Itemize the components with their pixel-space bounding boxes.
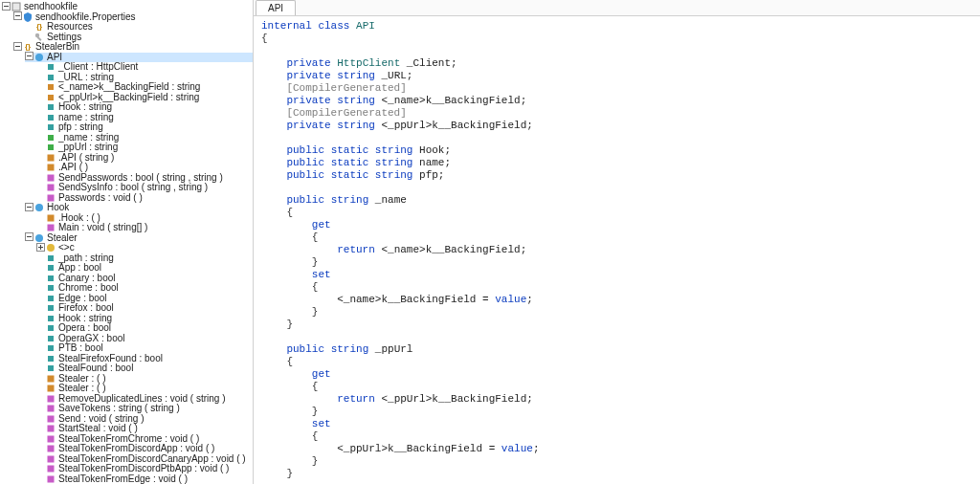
code-view[interactable]: internal class API { private HttpClient … xyxy=(254,16,980,484)
node-cc[interactable]: <>c xyxy=(36,243,253,253)
stealer-member-9-icon xyxy=(45,343,56,353)
stealer-member-3-icon xyxy=(45,283,56,293)
stealer-member-9[interactable]: PTB : bool xyxy=(36,343,253,354)
stealer-member-2-icon xyxy=(45,274,56,283)
svg-rect-15 xyxy=(48,95,54,100)
hook-main-label: Main : void ( string[] ) xyxy=(58,223,147,233)
app-root: sendhookfilesendhookfile.Properties{}Res… xyxy=(0,0,980,484)
stealer-member-8-icon xyxy=(45,334,56,343)
api-member-9-icon xyxy=(45,153,56,163)
api-member-4-label: Hook : string xyxy=(58,102,112,113)
collapse-twister-icon[interactable] xyxy=(25,203,33,214)
node-hook-label: Hook xyxy=(47,203,69,213)
stealer-member-19[interactable]: StealTokenFromDiscordApp : void ( ) xyxy=(36,444,253,454)
api-member-2[interactable]: <_name>k__BackingField : string xyxy=(36,82,253,93)
svg-rect-51 xyxy=(48,385,55,392)
collapse-twister-icon[interactable] xyxy=(2,2,11,13)
stealer-member-9-label: PTB : bool xyxy=(58,343,103,354)
svg-rect-49 xyxy=(48,365,54,371)
node-resources[interactable]: {}Resources xyxy=(25,22,253,33)
hook-main[interactable]: Main : void ( string[] ) xyxy=(36,223,253,233)
assembly-explorer[interactable]: sendhookfilesendhookfile.Properties{}Res… xyxy=(0,0,254,484)
api-member-8-icon xyxy=(45,143,56,152)
node-hook[interactable]: Hook xyxy=(25,203,253,213)
node-cc-icon xyxy=(45,243,56,253)
svg-rect-52 xyxy=(48,395,55,402)
svg-rect-53 xyxy=(48,406,55,412)
stealer-member-7-icon xyxy=(45,323,56,333)
collapse-twister-icon[interactable] xyxy=(25,232,33,244)
svg-rect-50 xyxy=(48,375,55,382)
node-stealerbin[interactable]: {}StealerBin xyxy=(13,42,253,53)
api-member-11-icon xyxy=(45,173,56,183)
svg-rect-41 xyxy=(48,285,54,291)
api-member-13-label: Passwords : void ( ) xyxy=(58,193,143,204)
svg-rect-23 xyxy=(48,174,55,181)
stealer-member-11[interactable]: StealFound : bool xyxy=(36,363,253,374)
api-member-8-label: _ppUrl : string xyxy=(58,143,118,153)
api-member-1-icon xyxy=(45,73,56,82)
stealer-member-17-label: StartSteal : void ( ) xyxy=(58,424,138,434)
api-member-0-label: _Client : HttpClient xyxy=(58,62,138,73)
api-member-6[interactable]: pfp : string xyxy=(36,122,253,133)
collapse-twister-icon[interactable] xyxy=(13,42,22,54)
api-member-10-icon xyxy=(45,163,56,172)
stealer-member-18-icon xyxy=(45,434,56,444)
stealer-member-15[interactable]: SaveTokens : string ( string ) xyxy=(36,404,253,414)
stealer-member-19-icon xyxy=(45,444,56,453)
api-member-10[interactable]: .API ( ) xyxy=(36,163,253,173)
svg-rect-22 xyxy=(48,165,55,171)
stealer-member-11-icon xyxy=(45,363,56,373)
api-member-10-label: .API ( ) xyxy=(58,163,88,173)
svg-rect-40 xyxy=(48,275,54,281)
code-tab-api[interactable]: API xyxy=(256,0,296,15)
stealer-member-15-label: SaveTokens : string ( string ) xyxy=(58,404,180,414)
svg-rect-20 xyxy=(48,144,54,150)
stealer-member-7-label: Opera : bool xyxy=(58,323,111,334)
svg-rect-47 xyxy=(48,345,54,351)
svg-rect-17 xyxy=(48,115,54,121)
svg-rect-59 xyxy=(48,466,55,473)
api-member-4-icon xyxy=(45,102,56,112)
stealer-member-1[interactable]: App : bool xyxy=(36,263,253,274)
node-resources-icon: {} xyxy=(33,22,45,32)
svg-point-28 xyxy=(35,204,43,211)
stealer-member-5-icon xyxy=(45,303,56,313)
stealer-member-3[interactable]: Chrome : bool xyxy=(36,283,253,294)
svg-rect-56 xyxy=(48,435,55,442)
stealer-member-13[interactable]: Stealer : ( ) xyxy=(36,384,253,394)
stealer-member-4-icon xyxy=(45,294,56,303)
stealer-member-10-icon xyxy=(45,354,56,363)
stealer-member-12-icon xyxy=(45,374,56,384)
svg-rect-18 xyxy=(48,124,54,130)
stealer-member-21[interactable]: StealTokenFromDiscordPtbApp : void ( ) xyxy=(36,464,253,474)
svg-rect-29 xyxy=(48,214,55,221)
api-member-3-icon xyxy=(45,93,56,102)
stealer-member-7[interactable]: Opera : bool xyxy=(36,323,253,334)
svg-rect-48 xyxy=(48,356,54,362)
api-member-8[interactable]: _ppUrl : string xyxy=(36,143,253,153)
collapse-twister-icon[interactable] xyxy=(25,52,33,63)
stealer-member-21-label: StealTokenFromDiscordPtbApp : void ( ) xyxy=(58,464,229,474)
node-hook-icon xyxy=(33,203,45,212)
api-member-12[interactable]: SendSysInfo : bool ( string , string ) xyxy=(36,183,253,193)
node-sendhookfile[interactable]: sendhookfile xyxy=(2,2,253,12)
stealer-member-17[interactable]: StartSteal : void ( ) xyxy=(36,424,253,434)
svg-rect-13 xyxy=(48,75,54,80)
api-member-12-icon xyxy=(45,183,56,192)
stealer-member-20-icon xyxy=(45,454,56,464)
svg-rect-44 xyxy=(48,316,54,321)
hook-ctor-icon xyxy=(45,213,56,223)
api-member-5-icon xyxy=(45,113,56,122)
api-member-4[interactable]: Hook : string xyxy=(36,102,253,113)
api-member-0[interactable]: _Client : HttpClient xyxy=(36,62,253,73)
code-pane: API internal class API { private HttpCli… xyxy=(254,0,980,484)
expand-twister-icon[interactable] xyxy=(36,243,45,254)
stealer-member-15-icon xyxy=(45,404,56,413)
stealer-member-22-icon xyxy=(45,474,56,484)
stealer-member-13-label: Stealer : ( ) xyxy=(58,384,105,394)
node-sendhookfile-label: sendhookfile xyxy=(24,2,78,12)
stealer-member-5[interactable]: Firefox : bool xyxy=(36,303,253,314)
collapse-twister-icon[interactable] xyxy=(13,11,22,23)
svg-rect-60 xyxy=(48,475,55,482)
